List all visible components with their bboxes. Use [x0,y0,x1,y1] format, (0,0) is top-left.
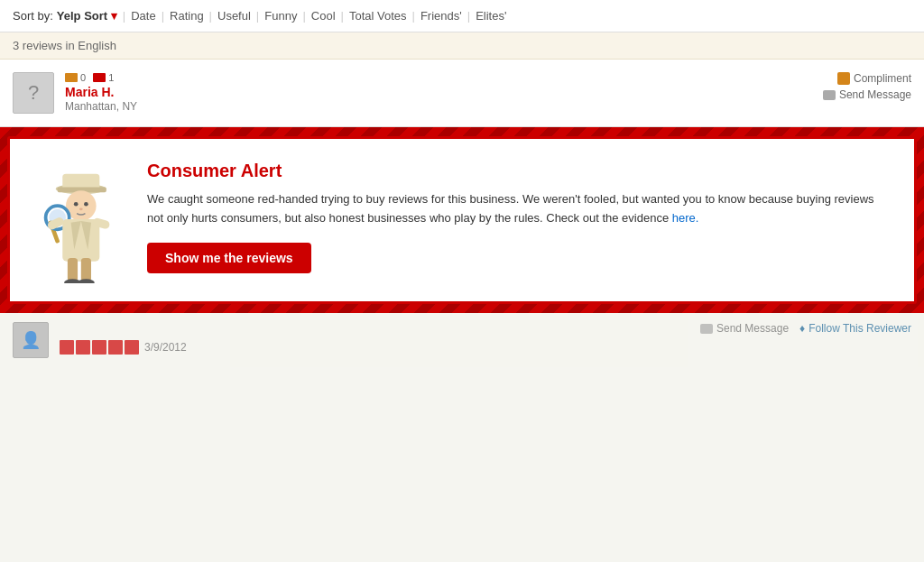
detective-illustration [24,157,133,283]
svg-rect-13 [81,258,91,281]
follow-reviewer-link[interactable]: ♦ Follow This Reviewer [799,322,911,335]
alert-content: Consumer Alert We caught someone red-han… [147,157,892,273]
star-4 [108,340,123,355]
compliment-link[interactable]: Compliment [837,72,911,85]
reviewer-name[interactable]: Maria H. [65,85,114,99]
friends-icon [65,73,78,82]
reviews-stat: 1 [93,72,114,83]
svg-point-16 [74,202,79,207]
reviews-count-text: 3 reviews in English [13,39,116,52]
review-item-partial: 👤 Send Message ♦ Follow This Reviewer [0,313,924,367]
alert-title: Consumer Alert [147,161,892,181]
consumer-alert-wrapper: Consumer Alert We caught someone red-han… [0,127,924,313]
friends-stat: 0 [65,72,86,83]
reviewer-stats: 0 1 [65,72,911,83]
partial-review-info: Send Message ♦ Follow This Reviewer 3/9/… [60,322,911,358]
review-item-maria: ? 0 1 Maria H. Manhattan, NY Compliment [0,60,924,127]
sort-link-rating[interactable]: Rating [170,9,204,23]
sort-link-cool[interactable]: Cool [311,9,336,23]
review-date: 3/9/2012 [144,341,187,354]
stars-row: 3/9/2012 [60,340,911,355]
svg-rect-7 [62,219,99,262]
reviewer-info: 0 1 Maria H. Manhattan, NY [65,72,911,114]
star-5 [125,340,139,355]
sort-links: Date | Rating | Useful | Funny | Cool | … [131,9,506,23]
consumer-alert-box: Consumer Alert We caught someone red-han… [7,136,917,304]
send-message-link-2[interactable]: Send Message [700,322,789,335]
sort-dropdown-arrow[interactable]: ▾ [111,9,117,23]
stars [60,340,139,355]
reviewer-location: Manhattan, NY [65,100,137,113]
star-1 [60,340,74,355]
svg-point-17 [84,202,88,207]
sort-label: Sort by: [13,9,53,23]
svg-rect-12 [68,258,78,281]
evidence-link[interactable]: here. [672,211,699,225]
reviews-icon [93,73,106,82]
sort-link-funny[interactable]: Funny [264,9,297,23]
send-message-link[interactable]: Send Message [823,88,911,101]
sort-link-elites[interactable]: Elites' [476,9,506,23]
follow-icon: ♦ [799,322,805,335]
avatar-partial: 👤 [13,322,49,358]
show-reviews-button[interactable]: Show me the reviews [147,243,311,273]
message-icon-2 [700,324,713,334]
sort-link-useful[interactable]: Useful [217,9,251,23]
message-icon [823,90,836,100]
sort-bar: Sort by: Yelp Sort ▾ | Date | Rating | U… [0,0,924,32]
main-content: ? 0 1 Maria H. Manhattan, NY Compliment [0,60,924,367]
svg-point-18 [79,207,83,210]
star-3 [92,340,106,355]
sort-sep-1: | [123,9,125,23]
star-2 [76,340,90,355]
reviews-count-bar: 3 reviews in English [0,32,924,60]
compliment-icon [837,72,850,85]
avatar: ? [13,72,54,114]
sort-link-total-votes[interactable]: Total Votes [349,9,407,23]
alert-text: We caught someone red-handed trying to b… [147,190,892,228]
sort-active: Yelp Sort ▾ [57,9,117,23]
sort-link-date[interactable]: Date [131,9,155,23]
detective-svg [29,157,128,283]
sort-yelp-sort: Yelp Sort [57,9,107,23]
svg-point-15 [78,279,95,283]
sort-link-friends[interactable]: Friends' [420,9,462,23]
review-actions: Compliment Send Message [823,72,911,101]
